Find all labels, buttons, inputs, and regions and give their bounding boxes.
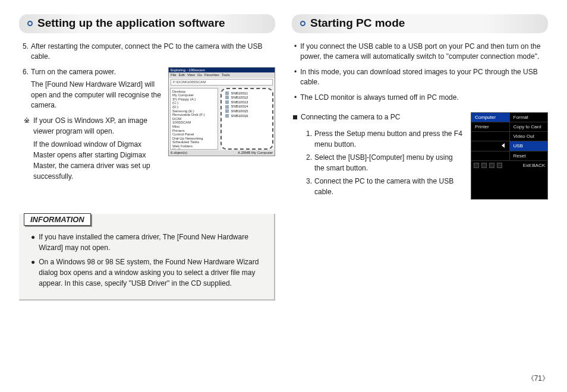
- file-name: SNB10012: [231, 96, 248, 100]
- explorer-address: F:\DCIM\100SSCAM: [171, 79, 273, 86]
- tree-item: Web Folders: [172, 144, 216, 148]
- menu-edit: Edit: [179, 73, 185, 77]
- step-5-text: After restarting the computer, connect t…: [31, 42, 275, 62]
- right-b1-text: If you connect the USB cable to a USB po…: [300, 42, 548, 62]
- right-column: Starting PC mode • If you connect the US…: [292, 14, 548, 301]
- file-icon: [225, 96, 229, 99]
- s3-text: Connect the PC to the camera with the US…: [314, 176, 464, 197]
- cm-video: Video Out: [510, 132, 548, 141]
- step-6: 6. Turn on the camera power. The [Found …: [19, 67, 162, 111]
- right-b3-text: The LCD monitor is always turned off in …: [300, 93, 459, 103]
- left-section-header: Setting up the application software: [19, 14, 275, 33]
- right-b2-text: In this mode, you can download stored im…: [300, 67, 548, 88]
- s1-num: 1.: [306, 128, 312, 150]
- menu-file: File: [171, 73, 177, 77]
- cm-bottom-bar: Exit:BACK: [471, 161, 547, 170]
- cm-copy: Copy to Card: [510, 122, 548, 132]
- step-5: 5. After restarting the computer, connec…: [19, 42, 275, 62]
- tree-item: 3½ Floppy (A:): [172, 97, 216, 102]
- information-box: INFORMATION ● If you have installed the …: [19, 214, 275, 301]
- tree-item: Removable Disk (F:): [172, 113, 216, 117]
- sub-step-2: 2. Select the [USB]-[Computer] menu by u…: [306, 152, 464, 173]
- info-item-1: ● If you have installed the camera drive…: [31, 232, 266, 253]
- tree-item: Dial-Up Networking: [172, 137, 216, 141]
- file-icon: [225, 91, 229, 95]
- file-item: SNB10016: [225, 114, 269, 118]
- explorer-menu: File Edit View Go Favorites Tools: [169, 72, 275, 78]
- step-6-line1: Turn on the camera power.: [31, 68, 116, 76]
- tree-item: (C:): [172, 101, 216, 105]
- cm-mode-icon: [474, 163, 479, 168]
- cm-mode-icon: [481, 163, 487, 168]
- explorer-tree: Desktop My Computer 3½ Floppy (A:) (C:) …: [170, 88, 218, 150]
- file-item: SNB10015: [225, 109, 269, 113]
- bullet-icon: ●: [31, 257, 35, 289]
- status-right: A.25MB My Computer: [238, 151, 273, 155]
- sub-step-3: 3. Connect the PC to the camera with the…: [306, 176, 464, 197]
- file-icon: [225, 114, 229, 118]
- cm-empty: [471, 132, 510, 141]
- tree-item: 100SSCAM: [172, 121, 216, 125]
- file-item: SNB10013: [225, 100, 269, 105]
- sub-title-text: Connecting the camera to a PC: [301, 113, 400, 121]
- s1-text: Press the Setup menu button and press th…: [314, 128, 464, 150]
- step-6-num: 6.: [23, 67, 29, 111]
- xp-note-2: If the download window of Digmax Master …: [33, 139, 162, 182]
- explorer-screenshot: Exploring - 100sscam File Edit View Go F…: [168, 67, 275, 156]
- file-name: SNB10014: [231, 105, 248, 109]
- explorer-files-highlight: SNB10011 SNB10012 SNB10013 SNB10014 SNB1…: [220, 88, 273, 150]
- tree-item: Desktop: [172, 90, 216, 94]
- menu-view: View: [187, 73, 195, 77]
- s3-num: 3.: [306, 176, 312, 197]
- note-symbol-icon: ※: [24, 115, 30, 182]
- cm-mode-icon: [489, 163, 494, 168]
- left-column: Setting up the application software 5. A…: [19, 14, 275, 301]
- header-bullet-icon: [300, 21, 305, 26]
- cm-arrow-cell: [471, 141, 510, 151]
- file-item: SNB10012: [225, 96, 269, 100]
- tree-item: Control Panel: [172, 132, 216, 137]
- cm-usb: USB: [510, 141, 548, 151]
- tree-item: Samsung (E:): [172, 109, 216, 113]
- cm-format: Format: [510, 113, 548, 122]
- left-title: Setting up the application software: [37, 17, 225, 30]
- menu-tools: Tools: [222, 73, 230, 77]
- page-number: 《71》: [527, 374, 549, 384]
- info-item-2: ● On a Windows 98 or 98 SE system, the F…: [31, 257, 266, 289]
- explorer-status: 6 object(s) A.25MB My Computer: [169, 150, 275, 156]
- xp-note-body: If your OS is Windows XP, an image viewe…: [33, 115, 162, 182]
- s2-text: Select the [USB]-[Computer] menu by usin…: [314, 152, 464, 173]
- tree-item: Scheduled Tasks: [172, 140, 216, 144]
- tree-item: (D:): [172, 105, 216, 109]
- right-bullet-3: • The LCD monitor is always turned off i…: [292, 93, 548, 103]
- file-icon: [225, 100, 229, 104]
- cm-mode-icon: [497, 163, 502, 168]
- cm-empty: [471, 151, 510, 161]
- cm-exit: Exit:BACK: [523, 163, 545, 168]
- cm-reset: Reset: [510, 151, 548, 161]
- subsection-title: Connecting the camera to a PC: [292, 112, 464, 122]
- camera-menu-screenshot: Computer Format Printer Copy to Card Vid…: [471, 112, 548, 200]
- menu-fav: Favorites: [204, 73, 219, 77]
- square-bullet-icon: [293, 115, 297, 119]
- file-icon: [225, 109, 229, 113]
- bullet-icon: •: [294, 93, 297, 103]
- step-6-text: Turn on the camera power. The [Found New…: [31, 67, 162, 111]
- information-label: INFORMATION: [24, 213, 91, 226]
- right-title: Starting PC mode: [310, 17, 405, 30]
- file-icon: [225, 105, 229, 109]
- right-section-header: Starting PC mode: [292, 14, 548, 33]
- status-left: 6 object(s): [171, 151, 187, 154]
- step-6-line2: The [Found New Hardware Wizard] will ope…: [31, 80, 162, 110]
- info-2-text: On a Windows 98 or 98 SE system, the Fou…: [39, 257, 266, 289]
- right-bullet-2: • In this mode, you can download stored …: [292, 67, 548, 88]
- explorer-title: Exploring - 100sscam: [169, 68, 275, 73]
- xp-note: ※ If your OS is Windows XP, an image vie…: [19, 115, 162, 182]
- right-bullet-1: • If you connect the USB cable to a USB …: [292, 42, 548, 62]
- info-1-text: If you have installed the camera driver,…: [39, 232, 266, 253]
- file-name: SNB10011: [231, 91, 248, 96]
- s2-num: 2.: [306, 152, 312, 173]
- tree-item: DCIM: [172, 117, 216, 121]
- bullet-icon: •: [294, 67, 297, 88]
- file-name: SNB10015: [231, 109, 248, 113]
